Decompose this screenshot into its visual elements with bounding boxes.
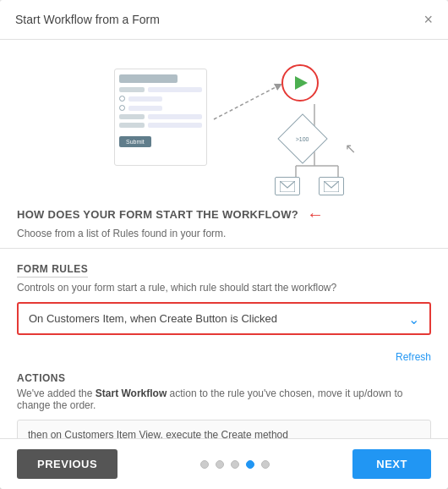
form-rules-title-wrapper: FORM RULES	[17, 261, 431, 282]
form-rules-select-wrapper[interactable]: On Customers Item, when Create Button is…	[17, 302, 431, 335]
refresh-link[interactable]: Refresh	[396, 351, 431, 363]
play-button-circle	[281, 64, 319, 102]
action-text: then on Customers Item View, execute the…	[28, 429, 288, 438]
dot-1	[200, 460, 209, 469]
actions-desc-start: We've added the	[17, 387, 96, 399]
actions-section: ACTIONS We've added the Start Workflow a…	[0, 364, 448, 438]
modal-title: Start Workflow from a Form	[15, 13, 160, 26]
form-rules-select[interactable]: On Customers Item, when Create Button is…	[19, 304, 429, 333]
form-rules-description: Controls on your form start a rule, whic…	[17, 282, 431, 294]
form-rules-section: FORM RULES Controls on your form start a…	[0, 249, 448, 343]
close-button[interactable]: ×	[423, 12, 433, 27]
previous-button[interactable]: PREVIOUS	[17, 449, 117, 479]
modal-body: Submit	[0, 40, 448, 438]
email-icon-left	[275, 177, 300, 195]
actions-title: ACTIONS	[17, 372, 431, 384]
refresh-row: Refresh	[0, 343, 448, 364]
dot-3	[231, 460, 239, 469]
form-rules-title: FORM RULES	[17, 263, 88, 277]
diamond-label: >100	[296, 136, 309, 142]
how-title-row: HOW DOES YOUR FORM START THE WORKFLOW? ←	[17, 206, 431, 223]
next-button[interactable]: NEXT	[352, 449, 431, 479]
illustration: Submit	[89, 60, 359, 179]
svg-line-0	[214, 85, 279, 119]
actions-desc-bold: Start Workflow	[96, 387, 167, 399]
cursor-indicator: ↖	[345, 140, 356, 157]
email-icon-right	[319, 177, 344, 195]
illustration-area: Submit	[0, 40, 448, 192]
dot-5	[261, 460, 270, 469]
dot-2	[216, 460, 224, 469]
modal-header: Start Workflow from a Form ×	[0, 0, 448, 40]
how-description: Choose from a list of Rules found in you…	[17, 228, 431, 239]
how-title: HOW DOES YOUR FORM START THE WORKFLOW?	[17, 208, 298, 221]
modal: Start Workflow from a Form ×	[0, 0, 448, 489]
modal-footer: PREVIOUS NEXT	[0, 438, 448, 489]
dot-4	[246, 460, 254, 469]
illustration-svg	[89, 60, 359, 179]
pagination-dots	[200, 460, 270, 469]
action-box: then on Customers Item View, execute the…	[17, 420, 431, 438]
arrow-icon: ←	[307, 206, 324, 223]
actions-description: We've added the Start Workflow action to…	[17, 387, 431, 411]
how-section: HOW DOES YOUR FORM START THE WORKFLOW? ←…	[0, 192, 448, 248]
play-icon	[295, 76, 308, 90]
